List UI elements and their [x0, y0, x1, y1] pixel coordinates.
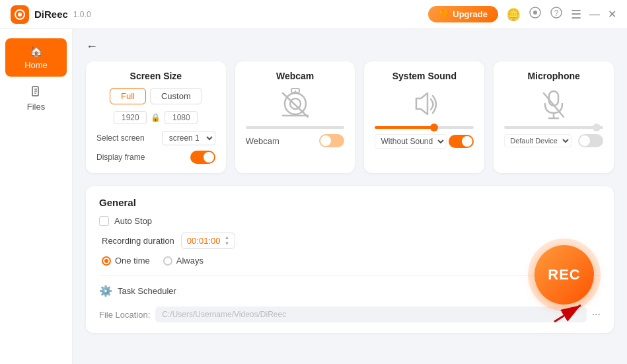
sound-select-wrapper: Without Sound [375, 134, 447, 149]
mic-icon-area [504, 88, 603, 121]
one-time-label: One time [115, 256, 150, 266]
microphone-card: Microphone [494, 61, 614, 173]
svg-rect-17 [549, 91, 558, 106]
titlebar: DiReec 1.0.0 🧡 Upgrade 🪙 ? ☰ — ✕ [0, 0, 627, 29]
content-wrapper: ← Screen Size Full Custom 🔒 [73, 29, 627, 364]
sound-icon-area [375, 88, 474, 121]
resolution-row: 🔒 [96, 111, 215, 124]
titlebar-right: 🧡 Upgrade 🪙 ? ☰ — ✕ [428, 6, 616, 22]
mic-slider-row [504, 126, 603, 129]
minimize-button[interactable]: — [589, 9, 600, 20]
screen-select[interactable]: screen 1 [162, 131, 215, 145]
record-circle-icon[interactable] [529, 6, 542, 22]
microphone-icon [536, 88, 572, 121]
one-time-radio[interactable] [102, 256, 111, 266]
duration-spinners: ▲ ▼ [224, 235, 229, 246]
cards-row: Screen Size Full Custom 🔒 Select screen … [86, 61, 614, 173]
recording-duration-label: Recording duration [102, 236, 174, 246]
system-sound-title: System Sound [375, 71, 474, 81]
microphone-title: Microphone [504, 71, 603, 81]
width-input[interactable] [114, 111, 147, 124]
mic-slider-track[interactable] [504, 126, 603, 129]
size-toggle: Full Custom [96, 88, 215, 104]
webcam-card: Webcam [235, 61, 355, 173]
sidebar-item-home[interactable]: 🏠 Home [5, 38, 67, 77]
height-input[interactable] [165, 111, 198, 124]
heart-icon: 🧡 [439, 9, 449, 19]
always-option[interactable]: Always [163, 256, 203, 266]
rec-arrow [548, 302, 587, 331]
file-path: C:/Users/Username/Videos/DiReec [155, 307, 586, 322]
rec-label[interactable]: REC [548, 266, 580, 283]
webcam-icon-area [246, 88, 345, 121]
display-frame-toggle[interactable] [190, 151, 215, 164]
sound-bottom: Without Sound [375, 134, 474, 149]
webcam-bottom: Webcam [246, 134, 345, 147]
webcam-label: Webcam [246, 136, 279, 146]
general-title: General [99, 197, 601, 208]
svg-line-22 [554, 305, 581, 322]
select-screen-label: Select screen [96, 133, 145, 143]
task-divider: ⚙️ Task Scheduler [99, 275, 601, 297]
webcam-toggle[interactable] [319, 134, 344, 147]
files-icon [31, 86, 42, 99]
coin-icon[interactable]: 🪙 [506, 7, 521, 22]
svg-point-3 [533, 11, 537, 15]
auto-stop-checkbox[interactable] [99, 216, 109, 226]
menu-icon[interactable]: ☰ [571, 7, 581, 22]
sidebar: 🏠 Home Files [0, 29, 73, 364]
mic-device-select[interactable]: Default Device [504, 134, 572, 147]
help-icon[interactable]: ? [550, 6, 563, 22]
file-location-label: File Location: [99, 310, 150, 320]
app-name: DiReec [34, 9, 68, 20]
duration-down-icon[interactable]: ▼ [224, 241, 229, 246]
app-version: 1.0.0 [73, 10, 91, 19]
always-radio[interactable] [163, 256, 172, 266]
sound-slider-row [375, 126, 474, 129]
home-icon: 🏠 [30, 45, 43, 57]
sound-toggle[interactable] [449, 135, 474, 148]
lock-icon: 🔒 [151, 113, 161, 122]
screen-size-title: Screen Size [96, 71, 215, 81]
svg-marker-16 [416, 93, 427, 114]
rec-outer-ring: REC [528, 238, 601, 311]
full-size-button[interactable]: Full [110, 88, 146, 104]
webcam-title: Webcam [246, 71, 345, 81]
mic-bottom: Default Device [504, 134, 603, 147]
webcam-icon [277, 88, 313, 121]
duration-up-icon[interactable]: ▲ [224, 235, 229, 240]
select-screen-row: Select screen screen 1 [96, 131, 215, 145]
rec-button[interactable]: REC [535, 245, 594, 305]
sidebar-item-files[interactable]: Files [5, 79, 67, 118]
sound-slider-track[interactable] [375, 126, 474, 129]
duration-row: Recording duration 00:01:00 ▲ ▼ [99, 233, 601, 249]
rec-button-container: REC [528, 238, 601, 311]
back-button[interactable]: ← [86, 40, 98, 54]
titlebar-left: DiReec 1.0.0 [11, 5, 91, 24]
content: ← Screen Size Full Custom 🔒 [73, 29, 627, 364]
sidebar-item-files-label: Files [27, 102, 45, 112]
sound-mode-select[interactable]: Without Sound [375, 134, 447, 149]
mic-toggle[interactable] [578, 134, 603, 147]
task-scheduler-label: Task Scheduler [118, 286, 176, 296]
auto-stop-label: Auto Stop [114, 216, 152, 226]
app-logo [11, 5, 29, 24]
svg-point-1 [18, 13, 22, 17]
always-label: Always [176, 256, 203, 266]
one-time-option[interactable]: One time [102, 256, 150, 266]
webcam-slider-track[interactable] [246, 126, 345, 129]
webcam-slider-row [246, 126, 345, 129]
system-sound-card: System Sound [364, 61, 484, 173]
upgrade-button[interactable]: 🧡 Upgrade [428, 6, 498, 22]
task-scheduler-row[interactable]: ⚙️ Task Scheduler [99, 285, 601, 297]
custom-size-button[interactable]: Custom [150, 88, 202, 104]
sidebar-item-home-label: Home [24, 60, 48, 70]
repeat-row: One time Always [99, 256, 601, 266]
close-button[interactable]: ✕ [608, 8, 616, 20]
display-frame-row: Display frame [96, 151, 215, 164]
gear-icon: ⚙️ [99, 285, 112, 297]
svg-text:?: ? [554, 9, 559, 18]
duration-value[interactable]: 00:01:00 [187, 236, 221, 246]
duration-input-wrapper: 00:01:00 ▲ ▼ [181, 233, 236, 249]
screen-size-card: Screen Size Full Custom 🔒 Select screen … [86, 61, 226, 173]
